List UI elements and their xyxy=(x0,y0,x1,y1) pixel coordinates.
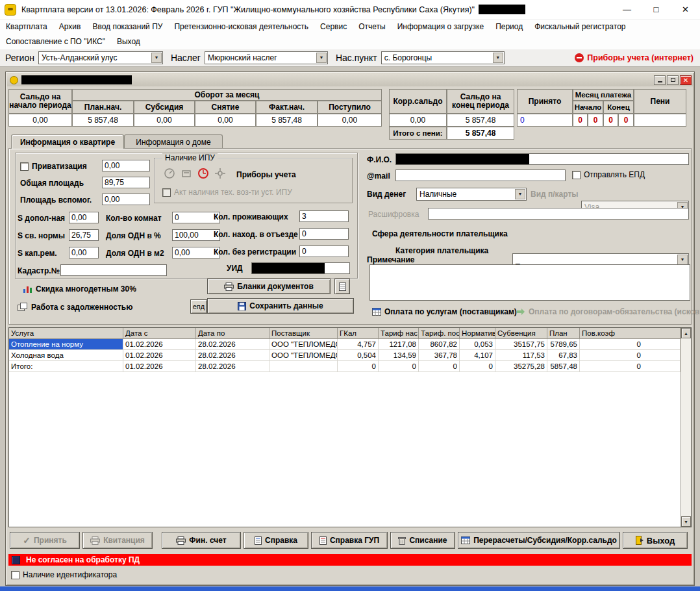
menu-servis[interactable]: Сервис xyxy=(314,19,353,34)
month-start-month-value[interactable]: 0 xyxy=(573,114,588,127)
send-epd-label: Отправлять ЕПД xyxy=(584,170,645,179)
month-end-month-value[interactable]: 0 xyxy=(603,114,618,127)
s-norm-field[interactable] xyxy=(69,229,99,241)
menu-kvartplata[interactable]: Квартплата xyxy=(0,19,53,34)
settlement-combobox[interactable]: с. Борогонцы ▼ xyxy=(381,51,505,64)
chevron-down-icon[interactable]: ▼ xyxy=(677,255,688,265)
s-additional-field[interactable] xyxy=(69,212,99,223)
meters-internet-link[interactable]: Приборы учета (интернет) xyxy=(575,53,694,62)
minimize-button[interactable]: — xyxy=(612,0,642,19)
table-row-total[interactable]: Итого: 01.02.2026 28.02.2026 0 0 0 0 352… xyxy=(9,361,681,372)
menu-period[interactable]: Период xyxy=(490,19,529,34)
menu-arhiv[interactable]: Архив xyxy=(53,19,87,34)
ipu-act-checkbox[interactable] xyxy=(162,188,171,197)
menu-vyhod[interactable]: Выход xyxy=(111,34,146,49)
table-row[interactable]: Холодная вода 01.02.2026 28.02.2026 ООО … xyxy=(9,350,681,361)
total-area-field[interactable] xyxy=(102,177,150,188)
exit-button[interactable]: Выход xyxy=(623,532,688,549)
peni-value[interactable] xyxy=(634,114,686,127)
tab-apartment-info[interactable]: Информация о квартире xyxy=(11,134,124,149)
child-restore-button[interactable] xyxy=(667,75,679,85)
prinyato-input[interactable]: 0 xyxy=(517,114,573,127)
clock-icon xyxy=(197,168,209,179)
send-epd-checkbox[interactable] xyxy=(572,171,581,179)
odn-percent-field[interactable] xyxy=(172,229,220,241)
menu-informaciya-o-zagruzke[interactable]: Информация о загрузке xyxy=(392,19,490,34)
receipt-button[interactable]: Квитанция xyxy=(82,532,153,549)
chevron-down-icon[interactable]: ▼ xyxy=(493,53,503,63)
scroll-up-button[interactable]: ▲ xyxy=(681,328,691,338)
epd-button[interactable]: епд xyxy=(190,299,207,314)
tab-house-info[interactable]: Информация о доме xyxy=(124,134,223,149)
child-close-button[interactable]: ✕ xyxy=(680,75,692,85)
s-kap-field[interactable] xyxy=(69,247,99,258)
total-area-label: Общая площадь xyxy=(20,179,84,188)
fin-account-button[interactable]: Фин. счет xyxy=(162,532,241,549)
electric-meter-icon xyxy=(214,168,226,179)
redacted-title-segment xyxy=(479,5,525,14)
privatization-checkbox[interactable] xyxy=(20,162,29,171)
save-data-button[interactable]: Сохранить данные xyxy=(207,298,354,314)
spisanie-button[interactable]: Списание xyxy=(390,532,455,549)
col-postavshchik: Поставщик xyxy=(269,328,338,339)
menu-sopostavlenie-iks[interactable]: Сопоставление с ПО "ИКС" xyxy=(0,34,111,49)
s-kap-label: S кап.рем. xyxy=(18,249,57,258)
naslag-combobox[interactable]: Мюрюнский наслег ▼ xyxy=(205,51,328,64)
noreg-field[interactable] xyxy=(299,245,349,257)
turnover-header: Оборот за месяц xyxy=(72,89,382,101)
mail-field[interactable] xyxy=(395,170,566,181)
aux-area-field[interactable] xyxy=(102,194,150,205)
money-type-combobox[interactable]: Наличные ▼ xyxy=(416,188,527,201)
away-field[interactable] xyxy=(299,228,349,240)
saldo-start-value: 0,00 xyxy=(8,114,72,127)
pay-by-contracts-button[interactable]: Оплата по договорам-обязательства (исков… xyxy=(516,307,700,316)
table-row[interactable]: Отопление на норму 01.02.2026 28.02.2026… xyxy=(9,339,681,350)
chevron-down-icon[interactable]: ▼ xyxy=(515,189,525,199)
note-textarea[interactable] xyxy=(369,264,690,301)
odn-m2-field[interactable] xyxy=(172,247,220,258)
menu-vvod-pokazaniy[interactable]: Ввод показаний ПУ xyxy=(86,19,168,34)
region-combobox[interactable]: Усть-Алданский улус ▼ xyxy=(38,51,163,64)
saldo-start-header: Сальдо наначало периода xyxy=(8,89,72,114)
noreg-label: Кол. без регистрации xyxy=(214,247,296,257)
document-small-button[interactable] xyxy=(334,279,350,294)
chevron-down-icon[interactable]: ▼ xyxy=(151,53,162,63)
water-meter-icon xyxy=(164,168,175,179)
month-end-year-value[interactable]: 0 xyxy=(618,114,634,127)
residents-field[interactable] xyxy=(299,210,349,222)
privatization-field[interactable] xyxy=(102,160,150,171)
decode-label: Расшифровка xyxy=(368,210,419,219)
col-normativ: Норматив xyxy=(460,328,495,339)
services-grid: Услуга Дата с Дата по Поставщик ГКал Тар… xyxy=(8,327,692,527)
maximize-button[interactable]: □ xyxy=(642,0,671,19)
vertical-scrollbar[interactable]: ▲ ▼ xyxy=(681,328,691,527)
debt-work-button[interactable]: Работа с задолженностью xyxy=(18,303,132,312)
window-titlebar: Квартплата версии от 13.01.2026: Февраль… xyxy=(0,0,700,19)
rooms-field[interactable] xyxy=(172,212,220,223)
consent-checkbox[interactable] xyxy=(12,556,20,564)
spravka-button[interactable]: Справка xyxy=(244,532,308,549)
menu-pretenzionno[interactable]: Претензионно-исковая деятельность xyxy=(168,19,314,34)
subsidy-header: Субсидия xyxy=(134,101,195,114)
child-minimize-button[interactable] xyxy=(654,75,666,85)
menu-fiskalny-registrator[interactable]: Фискальный регистратор xyxy=(529,19,631,34)
region-value: Усть-Алданский улус xyxy=(42,53,117,62)
identifier-checkbox[interactable] xyxy=(11,571,19,579)
discount-button[interactable]: Скидка многодетным 30% xyxy=(23,284,136,294)
spravka-gup-button[interactable]: Справка ГУП xyxy=(311,532,388,549)
document-blanks-button[interactable]: Бланки документов xyxy=(207,279,331,294)
close-button[interactable]: ✕ xyxy=(671,0,700,19)
chevron-down-icon[interactable]: ▼ xyxy=(316,53,327,63)
month-start-year-value[interactable]: 0 xyxy=(588,114,603,127)
snyatie-header: Снятие xyxy=(195,101,256,114)
scroll-down-button[interactable]: ▼ xyxy=(681,516,691,527)
check-icon: ✓ xyxy=(23,536,31,545)
accept-button[interactable]: ✓ Принять xyxy=(10,532,80,549)
taskbar-strip xyxy=(0,586,700,591)
pay-by-services-button[interactable]: Оплата по услугам (поставщикам) xyxy=(372,307,517,316)
recalc-subsidy-button[interactable]: Перерасчеты/Субсидия/Корр.сальдо xyxy=(458,532,620,549)
cadastre-field[interactable] xyxy=(60,264,167,276)
menu-otchety[interactable]: Отчеты xyxy=(353,19,391,34)
uid-label: УИД xyxy=(227,264,243,273)
decode-field[interactable] xyxy=(428,208,689,220)
